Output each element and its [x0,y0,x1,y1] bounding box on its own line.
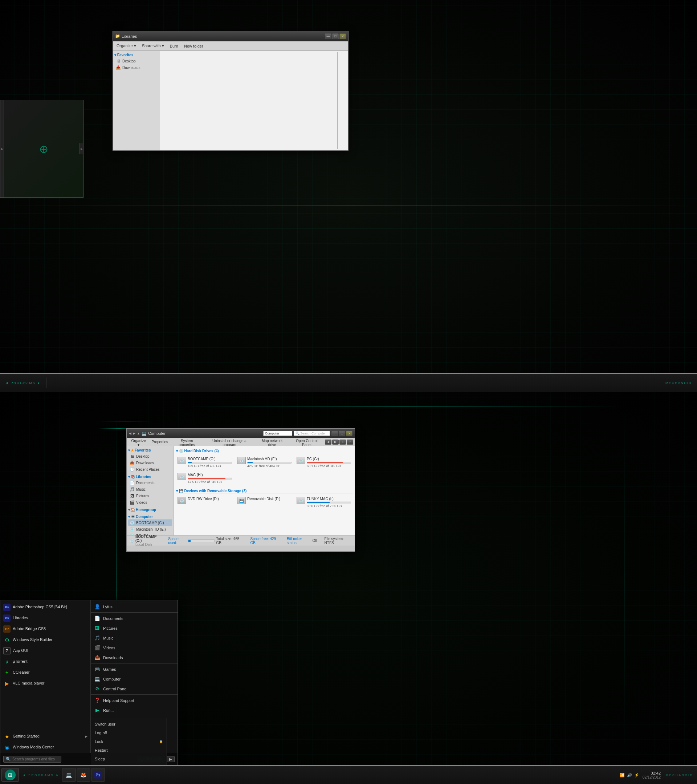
properties-btn-exp[interactable]: Properties [150,439,170,445]
start-item-photoshop64[interactable]: Ps Adobe Photoshop CS5 [64 Bit] [0,602,91,613]
clock-area[interactable]: 02:42 02/12/2012 [643,771,661,779]
start-right-downloads[interactable]: 📥 Downloads [91,652,178,662]
start-right-music[interactable]: 🎵 Music [91,633,178,643]
panel-collapse-right[interactable]: ▶ [79,143,83,154]
mac-e-bar [247,462,253,463]
exp-title-right: Computer 🔍 Search Computer — □ ✕ [263,431,353,436]
nav-forward-btn[interactable]: ▶ [133,432,135,435]
view-next-btn[interactable]: ▶ [332,440,339,445]
nav-macintosh-hd[interactable]: 💿Macintosh HD (E:) [128,526,172,532]
computer-title-text: Computer [148,431,166,436]
power-tray-icon[interactable]: ⚡ [634,772,639,778]
share-btn-top[interactable]: Share with ▾ [140,43,166,50]
teal-accent-bottom [181,762,624,762]
taskbar-firefox-app[interactable]: 🦊 [77,768,91,782]
nav-recent-places-item[interactable]: 🕐Recent Places [128,466,172,473]
submenu-logoff[interactable]: Log off [91,728,166,737]
control-panel-btn-exp[interactable]: Open Control Panel [289,439,324,445]
start-item-7zip[interactable]: 7 7zip GUI [0,646,91,656]
start-right-run[interactable]: ▶ Run... [91,705,178,715]
disk-dvd-d[interactable]: 💿 DVD RW Drive (D:) [176,496,234,509]
view-options-btn[interactable]: ≡ [339,440,346,445]
nav-lib-documents[interactable]: 📄Documents [128,479,172,486]
exp-search-area[interactable]: 🔍 Search Computer [294,431,330,436]
disk-bootcamp-c[interactable]: 💿 BOOTCAMP (C:) 429 GB free of 465 GB [176,456,234,469]
nav-bootcamp[interactable]: 💿BOOTCAMP (C:) [128,519,172,526]
exp-maximize-btn[interactable]: □ [339,431,345,436]
network-tray-icon[interactable]: 📶 [619,772,625,778]
minimize-btn-top[interactable]: — [325,33,331,39]
uninstall-btn-exp[interactable]: Uninstall or change a program [204,439,255,445]
pc-g-disk-icon: 💿 [297,457,305,464]
status-drive-icon: 💿 [130,539,134,543]
start-right-videos[interactable]: 🎬 Videos [91,643,178,652]
stylebuilder-icon: ⚙ [3,636,10,644]
submenu-restart[interactable]: Restart [91,746,166,754]
exp-close-btn[interactable]: ✕ [346,431,353,436]
computer-taskbar-icon: 💻 [65,771,73,779]
disk-pc-g[interactable]: 💿 PC (G:) 63.1 GB free of 349 GB [295,456,353,469]
start-item-stylebuilder[interactable]: ⚙ Windows Style Builder [0,634,91,646]
exp-minimize-btn[interactable]: — [331,431,338,436]
system-props-btn-exp[interactable]: System properties [171,439,203,445]
nav-desktop-item[interactable]: 🖥Desktop [128,453,172,460]
lock-shortcut: 🔒 [159,740,163,743]
start-item-bridge[interactable]: Br Adobe Bridge CS5 [0,624,91,634]
map-drive-btn-exp[interactable]: Map network drive [256,439,288,445]
window-controls-top[interactable]: — □ ✕ [325,33,346,39]
start-item-photoshop[interactable]: Ps Libraries [0,613,91,624]
start-right-control-panel[interactable]: ⚙ Control Panel [91,684,178,693]
run-label: Run... [103,708,114,713]
maximize-btn-top[interactable]: □ [332,33,339,39]
start-right-pictures[interactable]: 🖼 Pictures [91,623,178,633]
start-item-vlc[interactable]: ▶ VLC media player [0,678,91,689]
new-folder-btn-top[interactable]: New folder [182,43,206,50]
nav-lib-music[interactable]: 🎵Music [128,486,172,492]
start-item-ccleaner[interactable]: ✦ CCleaner [0,667,91,678]
start-right-games[interactable]: 🎮 Games [91,664,178,674]
start-right-computer[interactable]: 💻 Computer [91,674,178,684]
burn-btn-top[interactable]: Burn [168,43,180,50]
submenu-lock[interactable]: Lock 🔒 [91,737,166,746]
start-search-input[interactable] [12,757,59,761]
exp-address-display[interactable]: Computer [263,431,292,436]
panel-collapse-left[interactable]: ▶ [0,100,4,198]
organize-btn-top[interactable]: Organize ▾ [114,43,138,50]
bootcamp-c-bar-container [188,462,232,463]
help-icon: ❓ [94,698,100,703]
nav-up-btn[interactable]: ▲ [137,432,140,435]
submenu-sleep[interactable]: Sleep [91,754,166,763]
nav-desktop[interactable]: 🖥Desktop [114,58,158,64]
disk-mac-h[interactable]: 💿 MAC (H:) 47.5 GB free of 349 GB [176,471,234,485]
nav-lib-videos[interactable]: 🎬Videos [128,499,172,506]
disk-mac-e[interactable]: 💿 Macintosh HD (E:) 425 GB free of 484 G… [236,456,293,469]
taskbar-computer-app[interactable]: 💻 [62,768,76,782]
nav-back-btn[interactable]: ◀ [129,432,132,435]
start-item-getting-started[interactable]: ★ Getting Started ▶ [0,731,91,742]
start-right-user[interactable]: 👤 Lyfus [91,602,178,612]
close-btn-top[interactable]: ✕ [339,33,346,39]
organize-btn-exp[interactable]: Organize ▾ [128,439,149,445]
nav-lib-pictures[interactable]: 🖼Pictures [128,492,172,499]
start-right-documents[interactable]: 📄 Documents [91,613,178,623]
shutdown-arrow-btn[interactable]: ▶ [166,756,175,762]
taskbar-bottom: ⊞ ◄ PROGRAMS ► 💻 🦊 Ps 📶 🔊 ⚡ 02:42 [0,765,697,784]
start-search-box[interactable]: 🔍 [3,756,61,763]
nav-downloads[interactable]: 📥Downloads [114,64,158,71]
taskbar-photoshop-app[interactable]: Ps [91,768,105,782]
disk-funky-i[interactable]: 💿 FUNKY MAC (I:) 3.66 GB free of 7.55 GB [295,496,353,509]
disk-removable-f[interactable]: 💾 Removable Disk (F:) [236,496,293,509]
view-prev-btn[interactable]: ◀ [325,440,331,445]
help-btn-exp[interactable]: ? [347,440,353,445]
funky-i-bar-container [307,502,351,504]
clock-time: 02:42 [643,771,661,775]
start-button[interactable]: ⊞ [2,768,19,782]
nav-downloads-item[interactable]: 📥Downloads [128,460,172,466]
start-right-help[interactable]: ❓ Help and Support [91,695,178,705]
start-item-utorrent[interactable]: μ µTorrent [0,656,91,667]
volume-tray-icon[interactable]: 🔊 [626,772,633,778]
exp-window-controls[interactable]: — □ ✕ [331,431,353,436]
start-item-media-center[interactable]: ◉ Windows Media Center [0,742,91,753]
submenu-switch-user[interactable]: Switch user [91,720,166,728]
getting-started-icon: ★ [3,733,10,740]
